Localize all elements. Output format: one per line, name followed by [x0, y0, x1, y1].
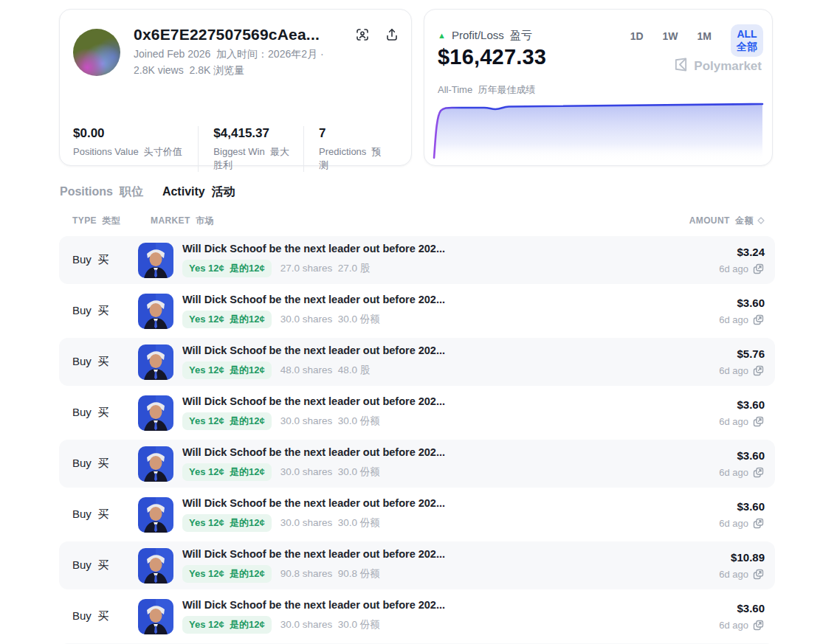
external-link-icon[interactable]: [752, 364, 765, 377]
column-header-amount[interactable]: AMOUNT 金额: [689, 215, 765, 227]
market-image[interactable]: [138, 243, 173, 278]
market-title[interactable]: Will Dick Schoof be the next leader out …: [182, 395, 719, 407]
row-type: Buy 买: [72, 355, 138, 369]
market-title[interactable]: Will Dick Schoof be the next leader out …: [182, 243, 719, 255]
shares-label: 30.0 shares 30.0 份额: [280, 415, 380, 428]
external-link-icon[interactable]: [752, 568, 765, 581]
market-cell: Will Dick Schoof be the next leader out …: [182, 446, 719, 481]
polymarket-logo-icon: [673, 57, 689, 76]
external-link-icon[interactable]: [752, 517, 765, 530]
market-cell: Will Dick Schoof be the next leader out …: [182, 548, 719, 583]
market-image[interactable]: [138, 395, 173, 431]
external-link-icon[interactable]: [752, 263, 765, 275]
shares-label: 30.0 shares 30.0 份额: [280, 618, 380, 631]
amount-value: $3.60: [719, 449, 765, 462]
profile-joined: Joined Feb 2026 加入时间：2026年2月 ·: [134, 49, 399, 60]
market-title[interactable]: Will Dick Schoof be the next leader out …: [182, 548, 719, 560]
table-row[interactable]: Buy 买 Will Dick Schoof: [59, 592, 775, 640]
tabs: Positions 职位 Activity 活动: [59, 184, 775, 200]
market-image[interactable]: [138, 344, 173, 380]
market-image[interactable]: [138, 599, 173, 634]
table-row[interactable]: Buy 买 Will Dick Schoof: [59, 541, 775, 589]
activity-section: Positions 职位 Activity 活动 TYPE 类型 MARKET …: [59, 184, 775, 644]
polymarket-brand: Polymarket: [673, 57, 762, 76]
column-header-market[interactable]: MARKET 市场: [151, 215, 689, 227]
outcome-badge: Yes 12¢ 是的12¢: [182, 463, 272, 481]
amount-value: $3.60: [719, 602, 765, 614]
sort-diamond-icon[interactable]: [757, 216, 765, 226]
stat-value: 7: [319, 126, 388, 141]
polymarket-wordmark: Polymarket: [694, 59, 762, 74]
market-image[interactable]: [138, 294, 173, 329]
table-row[interactable]: Buy 买 Will Dick Schoof: [59, 440, 775, 488]
range-all-button[interactable]: ALL 全部: [731, 24, 763, 57]
outcome-badge: Yes 12¢ 是的12¢: [182, 311, 272, 328]
row-type: Buy 买: [72, 508, 138, 522]
pnl-card: ▲ Profit/Loss 盈亏 1D 1W 1M ALL 全部 $16,427…: [424, 9, 773, 166]
stat-value: $0.00: [73, 126, 187, 141]
range-1m-button[interactable]: 1M: [698, 30, 712, 42]
market-title[interactable]: Will Dick Schoof be the next leader out …: [182, 294, 719, 305]
time-ago: 6d ago: [719, 569, 748, 580]
market-title[interactable]: Will Dick Schoof be the next leader out …: [182, 599, 719, 611]
table-header: TYPE 类型 MARKET 市场 AMOUNT 金额: [59, 215, 775, 227]
market-cell: Will Dick Schoof be the next leader out …: [182, 497, 719, 532]
market-image[interactable]: [138, 446, 173, 482]
tab-activity[interactable]: Activity 活动: [162, 184, 235, 200]
row-type: Buy 买: [72, 406, 138, 420]
scan-qr-icon[interactable]: [355, 27, 370, 42]
market-title[interactable]: Will Dick Schoof be the next leader out …: [182, 344, 719, 356]
range-1d-button[interactable]: 1D: [630, 30, 644, 42]
stat-biggest-win: $4,415.37 Biggest Win 最大胜利: [198, 126, 303, 172]
time-ago: 6d ago: [719, 365, 748, 376]
time-range-selector: 1D 1W 1M ALL 全部: [630, 24, 763, 57]
market-image[interactable]: [138, 548, 173, 584]
pnl-value: $16,427.33: [438, 45, 546, 69]
column-header-amount-label: AMOUNT 金额: [689, 215, 754, 227]
activity-table: Buy 买 Will Dick Schoof: [59, 236, 775, 640]
amount-value: $3.60: [719, 297, 765, 309]
profile-page: 0x6E7E227507569cAea...: [0, 0, 837, 644]
stat-value: $4,415.37: [213, 126, 293, 141]
external-link-icon[interactable]: [752, 619, 765, 631]
amount-cell: $10.89 6d ago: [719, 551, 765, 581]
external-link-icon[interactable]: [752, 415, 765, 428]
amount-cell: $5.76 6d ago: [719, 347, 765, 377]
range-all-label-cn: 全部: [737, 41, 757, 53]
market-cell: Will Dick Schoof be the next leader out …: [182, 294, 719, 328]
share-icon[interactable]: [385, 27, 399, 42]
stat-label: Positions Value 头寸价值: [73, 145, 187, 159]
time-ago: 6d ago: [719, 263, 748, 274]
profile-main: 0x6E7E227507569cAea...: [134, 26, 399, 76]
profile-avatar[interactable]: [73, 29, 120, 76]
table-row[interactable]: Buy 买 Will Dick Schoof: [59, 338, 775, 386]
range-1w-button[interactable]: 1W: [663, 30, 678, 42]
time-ago: 6d ago: [719, 416, 748, 427]
table-row[interactable]: Buy 买 Will Dick Schoof: [59, 287, 775, 335]
amount-value: $5.76: [719, 347, 765, 360]
pnl-label: Profit/Loss 盈亏: [452, 29, 532, 43]
column-header-type[interactable]: TYPE 类型: [72, 215, 151, 227]
amount-cell: $3.60 6d ago: [719, 500, 765, 530]
market-image[interactable]: [138, 497, 173, 533]
table-row[interactable]: Buy 买 Will Dick Schoof: [59, 236, 775, 284]
outcome-badge: Yes 12¢ 是的12¢: [182, 412, 272, 430]
table-row[interactable]: Buy 买 Will Dick Schoof: [59, 389, 775, 437]
shares-label: 30.0 shares 30.0 份额: [280, 516, 380, 530]
external-link-icon[interactable]: [752, 314, 765, 326]
tab-positions[interactable]: Positions 职位: [60, 184, 143, 200]
outcome-badge: Yes 12¢ 是的12¢: [182, 616, 272, 634]
row-type: Buy 买: [72, 457, 138, 471]
time-ago: 6d ago: [719, 467, 748, 478]
table-row[interactable]: Buy 买 Will Dick Schoof: [59, 491, 775, 539]
shares-label: 48.0 shares 48.0 股: [280, 364, 371, 377]
market-cell: Will Dick Schoof be the next leader out …: [182, 344, 719, 379]
profile-stats: $0.00 Positions Value 头寸价值 $4,415.37 Big…: [73, 126, 398, 172]
stat-label: Predictions 预测: [319, 145, 388, 172]
market-cell: Will Dick Schoof be the next leader out …: [182, 243, 719, 277]
pnl-period-label: All-Time 历年最佳成绩: [438, 83, 535, 97]
market-title[interactable]: Will Dick Schoof be the next leader out …: [182, 497, 719, 509]
profile-card: 0x6E7E227507569cAea...: [59, 9, 412, 166]
market-title[interactable]: Will Dick Schoof be the next leader out …: [182, 446, 719, 458]
external-link-icon[interactable]: [752, 466, 765, 479]
